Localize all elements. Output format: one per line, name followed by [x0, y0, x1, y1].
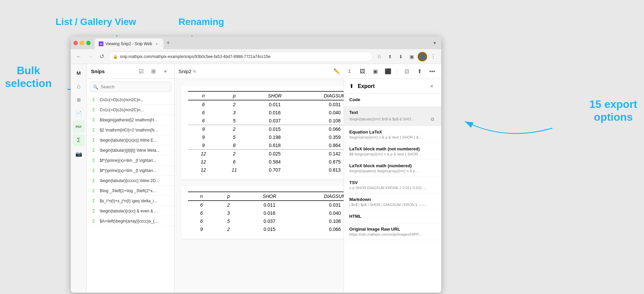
snip-icon: Σ	[90, 138, 97, 143]
export-item-markdown[interactable]: Markdown | $n$ | $p$ | SHOR | DIAGSUM | …	[344, 194, 441, 210]
snip-text: $A=\left(\begin{array}{cccc}a_{....	[100, 219, 159, 224]
table-cell: 9	[188, 225, 215, 233]
more-button[interactable]: ⋮	[428, 52, 438, 61]
rail-icon-image[interactable]: 📷	[73, 148, 85, 160]
annotation-bulk-line1: Bulk	[5, 64, 52, 77]
crop-button[interactable]: ⊡	[401, 66, 412, 77]
image-button[interactable]: 🖼	[357, 66, 367, 77]
table-cell: 12	[188, 158, 219, 166]
minimize-button[interactable]	[80, 41, 84, 45]
table-cell: 0.198	[250, 133, 300, 141]
rail-icon-pdf[interactable]: PDF	[73, 121, 85, 133]
export-item-preview: \begin{tabular}{rrrr} $n$ & $p$ & SHO...…	[349, 116, 436, 122]
user-avatar[interactable]: 👤	[418, 52, 427, 61]
rail-icon-logo[interactable]: M	[73, 67, 85, 79]
table-cell: 12	[188, 166, 219, 174]
url-bar[interactable]: 🔒 snip.mathpix.com/mathpix-example/snips…	[108, 52, 373, 62]
export-item-latex_block[interactable]: LaTeX block math (not numbered) $$ \begi…	[344, 143, 441, 160]
add-snip-button[interactable]: +	[161, 67, 170, 76]
gallery-view-button[interactable]: ⊞	[149, 67, 158, 76]
export-upload-button[interactable]: ⬆	[414, 66, 424, 77]
export-preview-text: https://cdn.mathpix.com/snip/images/HIPP…	[349, 232, 421, 236]
export-item-tsv[interactable]: TSV n p SHOR DIAGSUM KRON6 2 0.011 0.031…	[344, 177, 441, 194]
tab-close-button[interactable]: ×	[154, 41, 159, 47]
snip-item[interactable]: Σ$f^{\prime}(x)=\lim _{t \rightarr...	[87, 166, 174, 176]
snip-item[interactable]: Σ$A=\left(\begin{array}{cccc}a_{....	[87, 216, 174, 226]
rail-icon-grid[interactable]: ⊞	[73, 94, 85, 106]
annotation-renaming-text: Renaming	[179, 17, 224, 27]
export-item-latex_numbered[interactable]: LaTeX block math (numbered) \begin{equat…	[344, 160, 441, 177]
export-icon: ⬆	[349, 83, 354, 89]
export-close-button[interactable]: ×	[428, 82, 436, 90]
snip-item[interactable]: ΣCn1c(=O)c2c(ncn2C)n...	[87, 105, 174, 115]
table-cell: 2	[215, 201, 242, 209]
snip-item[interactable]: ΣCn1c(=O)c2c(ncn2C)n...	[87, 95, 174, 105]
snip-icon: Σ	[90, 218, 97, 224]
snip-item[interactable]: Σ\begin{tabular}{c|cc} & even & ...	[87, 206, 174, 216]
t2-col-shor: SHOR	[242, 192, 297, 201]
export-item-html[interactable]: HTML	[344, 210, 441, 223]
rail-icon-document[interactable]: 📄	[73, 107, 85, 119]
snip-item[interactable]: Σ$f^{\prime}(x)=\lim _{t \rightarr...	[87, 155, 174, 166]
export-item-title: Original Image Raw URL	[349, 227, 436, 232]
search-icon: 🔍	[93, 84, 98, 89]
snip-text: $2 \mathrm{HCl}+2 \mathrm{N...	[100, 128, 158, 133]
rail-icon-formula[interactable]: Σ	[73, 134, 85, 146]
forward-button[interactable]: →	[86, 52, 95, 61]
snip-item[interactable]: Σ\begin{tabular}{|l|l|l|} \hline Meta...	[87, 145, 174, 155]
snip-text: \begin{tabular}{|l|l|l|} \hline Meta...	[100, 148, 160, 153]
columns-button[interactable]: ⬛	[383, 66, 393, 77]
col-shor: SHOR	[250, 91, 300, 100]
snip-item[interactable]: Σ\begin{tabular}{|c|c|c|} \hline E...	[87, 135, 174, 145]
t2-col-n: n	[188, 192, 215, 201]
split-view-button[interactable]: ▣	[370, 66, 380, 77]
back-button[interactable]: ←	[74, 52, 84, 61]
more-options-button[interactable]: •••	[427, 66, 437, 77]
sidebar-toggle-button[interactable]: ▣	[407, 52, 416, 61]
tab-dropdown-button[interactable]: ▾	[433, 40, 439, 46]
export-item-title: Markdown	[349, 197, 436, 202]
search-input[interactable]	[90, 82, 171, 92]
snip-item[interactable]: Σ\begin{tabular}{ccccc} \hline 2D...	[87, 176, 174, 186]
checkbox-view-button[interactable]: ☑	[136, 67, 146, 76]
edit-snip-name-icon[interactable]: ✎	[193, 69, 197, 74]
url-lock-icon: 🔒	[113, 54, 118, 59]
share-button[interactable]: ⬆	[385, 52, 395, 61]
rail-icon-home[interactable]: ⌂	[73, 80, 85, 92]
annotation-list-gallery: List / Gallery View	[56, 16, 136, 28]
snip-item[interactable]: Σ$2 \mathrm{HCl}+2 \mathrm{N...	[87, 125, 174, 135]
snip-text: \begin{tabular}{|c|c|c|} \hline E...	[100, 138, 157, 143]
table-cell: 0.618	[250, 141, 300, 150]
export-item-equation_latex[interactable]: Equation LaTeX \begin{array}{rrrr} n & p…	[344, 126, 441, 143]
reload-button[interactable]: ↺	[97, 52, 106, 61]
snip-icon: Σ	[90, 198, 97, 203]
table-cell: 2	[219, 100, 250, 109]
export-item-preview: | $n$ | $p$ | SHOR | DIAGSUM | KRON || -…	[349, 203, 436, 207]
formula-button[interactable]: Σ	[345, 66, 355, 77]
table-cell: 2	[219, 125, 250, 134]
snip-icon: Σ	[90, 208, 97, 213]
table-cell: 0.584	[250, 158, 300, 166]
active-tab[interactable]: M Viewing Snip2 - Snip Web ×	[95, 38, 163, 49]
table-cell: 0.011	[242, 201, 297, 209]
snip-icon: Σ	[90, 97, 97, 102]
export-item-title: Code	[349, 97, 436, 102]
export-item-original_image[interactable]: Original Image Raw URL https://cdn.mathp…	[344, 223, 441, 240]
download-button[interactable]: ⬇	[396, 52, 406, 61]
bookmark-button[interactable]: ☆	[375, 52, 384, 61]
export-preview-text: \begin{equation} \begin{array}{rrrr} n &…	[349, 169, 419, 173]
annotation-export-line2: options	[589, 111, 637, 123]
maximize-button[interactable]	[86, 41, 91, 45]
edit-button[interactable]: ✏️	[332, 66, 342, 77]
export-item-preview: $$ \begin{array}{rrrr} n & p & \text { S…	[349, 152, 436, 156]
browser-window: M Viewing Snip2 - Snip Web × + ▾ ← → ↺ 🔒…	[71, 36, 441, 293]
export-item-code[interactable]: Code	[344, 94, 441, 107]
copy-button[interactable]: ⧉	[429, 116, 436, 122]
new-tab-button[interactable]: +	[163, 38, 173, 48]
snip-item[interactable]: Σ$\begin{gathered}2 \mathrm{H...	[87, 115, 174, 125]
snip-item[interactable]: Σ$s_i^n(t)+s_j^n(t) \geq \delta_i...	[87, 196, 174, 206]
snip-item[interactable]: Σ$\log _3\left[1+\log _3\left(2^x...	[87, 186, 174, 196]
close-button[interactable]	[73, 41, 78, 45]
search-box: 🔍	[90, 82, 171, 92]
export-item-text[interactable]: Text \begin{tabular}{rrrr} $n$ & $p$ & S…	[344, 107, 441, 126]
